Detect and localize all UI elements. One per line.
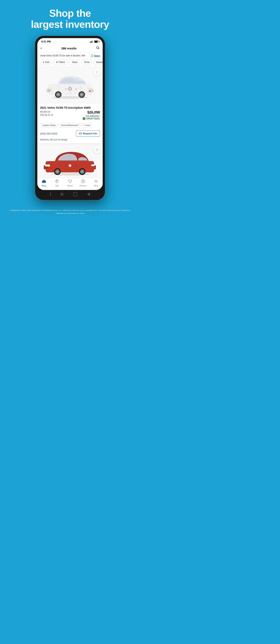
car-engine: 316 hp 2L I4 <box>40 114 53 116</box>
car-price-block: $26,098 Est. $391/mo.* ▲ GREAT DEAL <box>83 110 100 120</box>
svg-line-1 <box>98 48 99 49</box>
car-image-container: V ♡ <box>37 67 103 104</box>
phone-mockup: 4:21 PM ‹ 286 results <box>35 36 105 200</box>
search-label-bar: Used Volvo XC60 T5 for sale in Boston, M… <box>37 52 103 58</box>
svg-rect-7 <box>48 90 51 91</box>
svg-rect-48 <box>45 181 46 182</box>
status-bar: 4:21 PM <box>37 38 103 44</box>
car-meta-row: 69,454 mi 316 hp 2L I4 $26,098 Est. $391… <box>40 110 100 120</box>
favorite-button-1[interactable]: ♡ <box>94 69 100 76</box>
menu-icon <box>94 179 98 183</box>
svg-line-4 <box>77 78 78 84</box>
nav-item-finance[interactable]: Finance <box>76 179 90 187</box>
nav-item-saved[interactable]: Saved <box>64 179 76 187</box>
sort-icon: ⇅ <box>42 61 44 64</box>
back-button[interactable]: ‹ <box>40 46 42 51</box>
svg-rect-9 <box>88 88 92 89</box>
svg-point-49 <box>42 182 44 183</box>
deal-icon: ▲ <box>83 117 85 120</box>
nav-item-more[interactable]: More <box>90 179 103 187</box>
results-count: 286 results <box>61 47 76 50</box>
battery-icon <box>94 40 99 43</box>
envelope-icon <box>79 132 82 135</box>
svg-line-27 <box>78 154 78 160</box>
feature-more[interactable]: + more <box>82 123 92 127</box>
car-image-container-2: V ♡ <box>37 144 103 178</box>
svg-rect-8 <box>48 88 52 90</box>
svg-text:V: V <box>70 165 70 166</box>
car-meta-left: 69,454 mi 316 hp 2L I4 <box>40 110 53 116</box>
nav-label-sell: Sell <box>55 185 58 187</box>
status-icons <box>90 40 99 43</box>
nav-label-saved: Saved <box>67 185 73 187</box>
feature-tags: Leather Seats Sunroof/Moonroof + more <box>37 123 103 127</box>
hero-line2: largest inventory <box>31 19 109 30</box>
hero-line1: Shop the <box>49 8 91 19</box>
phone-home-bar <box>37 190 103 198</box>
search-button[interactable] <box>96 46 100 50</box>
search-label: Used Volvo XC60 T5 for sale in Boston, M… <box>40 54 85 57</box>
nav-item-sell[interactable]: Sell <box>50 179 64 187</box>
svg-point-43 <box>81 171 83 173</box>
nav-label-more: More <box>94 185 98 187</box>
finance-icon <box>81 179 85 184</box>
svg-rect-36 <box>65 166 67 166</box>
price-chip[interactable]: Price <box>82 60 92 65</box>
favorite-button-2[interactable]: ♡ <box>94 147 100 154</box>
svg-rect-37 <box>75 166 78 166</box>
filter-chips: ⇅ Sort ⚒ Filters Years Price Distance <box>37 58 103 67</box>
tag-icon <box>55 179 59 183</box>
deal-badge: ▲ GREAT DEAL <box>83 117 100 120</box>
svg-rect-15 <box>75 89 77 90</box>
car-title: 2021 Volvo XC60 T5 Inscription AWD <box>40 106 100 109</box>
heart-nav-icon <box>68 179 72 183</box>
nav-label-finance: Finance <box>80 185 86 187</box>
svg-rect-31 <box>45 164 50 167</box>
saved-icon <box>68 179 72 184</box>
car-listing-1: V ♡ 2021 Volvo XC60 T5 Inscription AWD 6… <box>37 67 103 144</box>
filters-chip[interactable]: ⚒ Filters <box>54 60 68 65</box>
car-price: $26,098 <box>83 110 100 114</box>
home-indicator-bars <box>50 192 51 196</box>
shop-icon <box>42 179 46 184</box>
phone-link[interactable]: (555) 555-5555 <box>40 132 57 135</box>
hero-text: Shop the largest inventory <box>25 0 115 36</box>
back-gesture[interactable] <box>87 192 90 196</box>
filter-icon: ⚒ <box>56 61 58 64</box>
svg-text:V: V <box>70 88 70 90</box>
years-chip[interactable]: Years <box>69 60 80 65</box>
request-info-button[interactable]: Request info <box>76 130 100 137</box>
phone-screen: 4:21 PM ‹ 286 results <box>37 38 103 190</box>
heart-icon: ♡ <box>91 54 93 57</box>
sort-chip[interactable]: ⇅ Sort <box>40 60 52 65</box>
svg-point-18 <box>57 94 59 96</box>
home-button[interactable] <box>73 192 77 196</box>
car-image: V <box>45 70 95 101</box>
save-button[interactable]: ♡ Save <box>91 54 100 57</box>
car-mileage: 69,454 mi <box>40 110 53 113</box>
car-image-2: V <box>43 146 97 176</box>
car-nav-icon <box>42 179 46 183</box>
more-icon <box>94 179 98 184</box>
car-details-1: 2021 Volvo XC60 T5 Inscription AWD 69,45… <box>37 104 103 122</box>
svg-rect-14 <box>65 89 67 90</box>
distance-chip[interactable]: Distance <box>94 60 103 65</box>
car-monthly: Est. $391/mo.* <box>83 114 100 117</box>
nav-item-shop[interactable]: Shop <box>37 179 50 187</box>
svg-rect-10 <box>89 90 90 92</box>
car-listing-2: V ♡ <box>37 144 103 178</box>
sell-icon <box>55 179 59 184</box>
svg-rect-47 <box>42 181 43 182</box>
svg-point-21 <box>81 94 83 96</box>
svg-point-50 <box>44 182 45 183</box>
feature-tag-1: Leather Seats <box>40 123 58 127</box>
nav-label-shop: Shop <box>42 185 46 187</box>
feature-tag-2: Sunroof/Moonroof <box>59 123 80 127</box>
dollar-circle-icon <box>81 179 85 183</box>
wifi-icon <box>90 40 93 43</box>
status-time: 4:21 PM <box>41 40 51 43</box>
svg-point-40 <box>56 171 58 173</box>
footer-disclaimer: Compared to major online automotive mark… <box>0 206 140 219</box>
listing-location: Danvers, MA (14 mi away) <box>37 138 103 144</box>
listing-actions: (555) 555-5555 Request info <box>37 128 103 138</box>
